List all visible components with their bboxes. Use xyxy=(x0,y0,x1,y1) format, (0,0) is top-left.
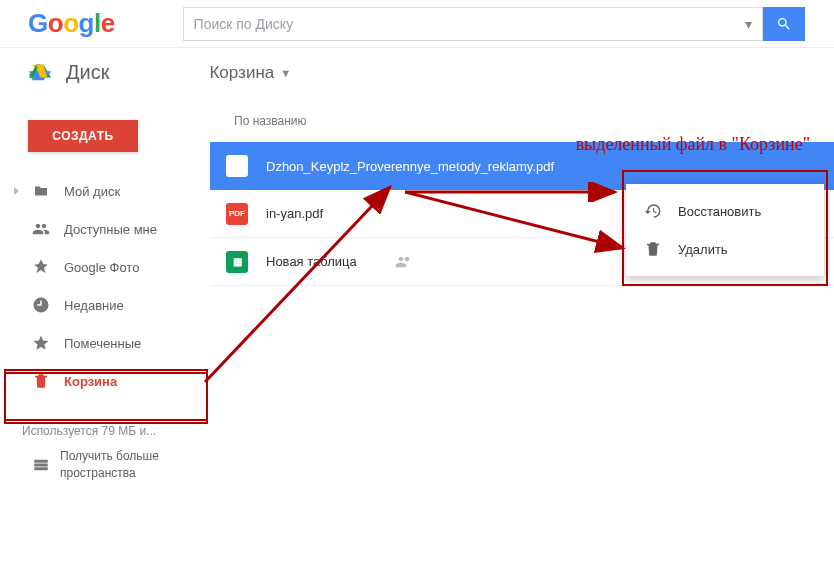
drive-folder-icon xyxy=(32,182,50,200)
sidebar-item-label: Google Фото xyxy=(64,260,139,275)
get-more-label: Получить больше пространства xyxy=(60,448,180,482)
chevron-down-icon: ▼ xyxy=(280,67,291,79)
dropdown-icon[interactable]: ▾ xyxy=(745,16,752,32)
sidebar-item-label: Доступные мне xyxy=(64,222,157,237)
drive-icon xyxy=(28,62,52,84)
sidebar-item-label: Недавние xyxy=(64,298,124,313)
trash-icon xyxy=(32,372,50,390)
people-icon xyxy=(32,220,50,238)
expand-icon[interactable] xyxy=(14,187,19,195)
pdf-icon: PDF xyxy=(226,155,248,177)
context-delete[interactable]: Удалить xyxy=(626,230,824,268)
sidebar-item-label: Помеченные xyxy=(64,336,141,351)
delete-icon xyxy=(644,240,662,258)
sidebar-item-mydrive[interactable]: Мой диск xyxy=(0,172,210,210)
sidebar-item-photos[interactable]: Google Фото xyxy=(0,248,210,286)
file-name: Новая таблица xyxy=(266,254,357,269)
clock-icon xyxy=(32,296,50,314)
restore-icon xyxy=(644,202,662,220)
sheet-icon: ▦ xyxy=(226,251,248,273)
search-input[interactable] xyxy=(194,16,745,32)
content-area: По названию PDF Dzhon_Keyplz_Proverennye… xyxy=(210,100,834,574)
context-menu: Восстановить Удалить xyxy=(626,184,824,276)
context-restore-label: Восстановить xyxy=(678,204,761,219)
shared-icon xyxy=(395,253,413,271)
sidebar-item-shared[interactable]: Доступные мне xyxy=(0,210,210,248)
app-name: Диск xyxy=(66,61,109,84)
get-more-storage[interactable]: Получить больше пространства xyxy=(0,448,210,482)
context-restore[interactable]: Восстановить xyxy=(626,192,824,230)
storage-used: Используется 79 МБ и... xyxy=(22,424,210,438)
search-button[interactable] xyxy=(763,7,805,41)
create-button[interactable]: СОЗДАТЬ xyxy=(28,120,138,152)
nav-list: Мой диск Доступные мне Google Фото Недав… xyxy=(0,172,210,400)
app-label: Диск xyxy=(28,61,109,84)
sidebar-item-label: Корзина xyxy=(64,374,117,389)
file-name: in-yan.pdf xyxy=(266,206,323,221)
star-icon xyxy=(32,334,50,352)
google-logo: Google xyxy=(28,8,115,39)
app-header: Диск Корзина ▼ xyxy=(0,47,834,97)
photos-icon xyxy=(32,258,50,276)
context-delete-label: Удалить xyxy=(678,242,728,257)
sidebar-item-recent[interactable]: Недавние xyxy=(0,286,210,324)
main-area: СОЗДАТЬ Мой диск Доступные мне Google Фо… xyxy=(0,100,834,574)
pdf-icon: PDF xyxy=(226,203,248,225)
sidebar-item-trash[interactable]: Корзина xyxy=(0,362,210,400)
search-box[interactable]: ▾ xyxy=(183,7,763,41)
breadcrumb[interactable]: Корзина ▼ xyxy=(209,63,291,83)
sidebar-item-starred[interactable]: Помеченные xyxy=(0,324,210,362)
annotation-title: выделенный файл в "Корзине" xyxy=(576,134,810,155)
global-header: Google ▾ xyxy=(0,0,834,47)
file-name: Dzhon_Keyplz_Proverennye_metody_reklamy.… xyxy=(266,159,554,174)
search-icon xyxy=(776,16,792,32)
storage-icon xyxy=(32,456,50,474)
search-bar: ▾ xyxy=(183,7,805,41)
sidebar-item-label: Мой диск xyxy=(64,184,120,199)
breadcrumb-label: Корзина xyxy=(209,63,274,83)
sidebar: СОЗДАТЬ Мой диск Доступные мне Google Фо… xyxy=(0,100,210,574)
